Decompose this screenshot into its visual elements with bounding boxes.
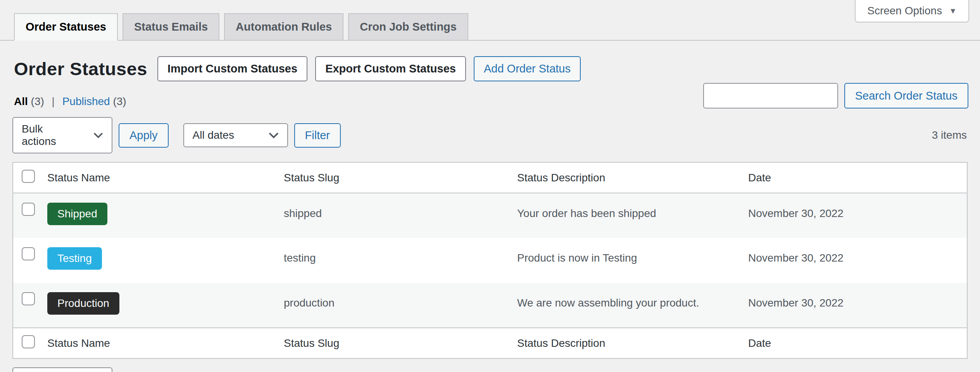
view-all-link[interactable]: All (14, 95, 28, 107)
status-slug-cell: testing (278, 238, 511, 283)
date-cell: November 30, 2022 (742, 283, 967, 328)
row-checkbox[interactable] (22, 292, 35, 305)
table-row: Shipped shipped Your order has been ship… (13, 193, 967, 238)
status-description-cell: Product is now in Testing (511, 238, 742, 283)
table-header-row: Status Name Status Slug Status Descripti… (13, 162, 967, 193)
column-header-date: Date (742, 162, 967, 193)
tab-cron-job-settings[interactable]: Cron Job Settings (348, 13, 468, 41)
status-badge[interactable]: Shipped (47, 203, 107, 225)
screen-options-label: Screen Options (867, 5, 942, 17)
column-header-status-slug: Status Slug (278, 162, 511, 193)
tab-automation-rules[interactable]: Automation Rules (224, 13, 343, 41)
status-badge[interactable]: Production (47, 292, 119, 315)
filter-button[interactable]: Filter (294, 123, 341, 148)
status-slug-cell: production (278, 283, 511, 328)
view-all-count: (3) (31, 95, 44, 107)
bulk-actions-select[interactable]: Bulk actions (12, 117, 112, 153)
date-cell: November 30, 2022 (742, 238, 967, 283)
bottom-toolbar: Bulk actions Apply 3 items (12, 367, 968, 372)
chevron-down-icon (93, 132, 103, 138)
nav-tab-bar: Order Statuses Status Emails Automation … (0, 0, 980, 41)
tab-order-statuses[interactable]: Order Statuses (14, 13, 118, 41)
row-checkbox[interactable] (22, 247, 35, 260)
title-row: Order Statuses Import Custom Statuses Ex… (12, 56, 968, 81)
items-count: 3 items (932, 129, 968, 141)
search-input[interactable] (703, 83, 838, 108)
table-footer-row: Status Name Status Slug Status Descripti… (13, 328, 967, 358)
status-slug-cell: shipped (278, 193, 511, 238)
view-separator: | (52, 95, 55, 107)
chevron-down-icon (269, 132, 279, 138)
row-checkbox[interactable] (22, 203, 35, 216)
apply-button[interactable]: Apply (119, 123, 169, 148)
status-description-cell: We are now assembling your product. (511, 283, 742, 328)
column-footer-date: Date (742, 328, 967, 358)
top-toolbar: Bulk actions Apply All dates Filter 3 it… (12, 117, 968, 153)
bulk-actions-selected-value: Bulk actions (22, 123, 78, 148)
column-header-status-description: Status Description (511, 162, 742, 193)
status-badge[interactable]: Testing (47, 247, 102, 270)
status-description-cell: Your order has been shipped (511, 193, 742, 238)
import-custom-statuses-button[interactable]: Import Custom Statuses (157, 56, 307, 81)
tab-status-emails[interactable]: Status Emails (122, 13, 219, 41)
bulk-actions-select-bottom[interactable]: Bulk actions (12, 367, 112, 372)
column-footer-status-slug: Status Slug (278, 328, 511, 358)
view-published-count: (3) (113, 95, 126, 107)
select-all-checkbox[interactable] (22, 170, 35, 183)
search-order-status-button[interactable]: Search Order Status (844, 83, 968, 108)
export-custom-statuses-button[interactable]: Export Custom Statuses (315, 56, 466, 81)
table-row: Production production We are now assembl… (13, 283, 967, 328)
date-cell: November 30, 2022 (742, 193, 967, 238)
screen-options-button[interactable]: Screen Options ▼ (855, 0, 969, 22)
dates-filter-select[interactable]: All dates (183, 123, 288, 147)
column-footer-status-description: Status Description (511, 328, 742, 358)
order-statuses-table: Status Name Status Slug Status Descripti… (12, 162, 968, 359)
page-title: Order Statuses (14, 58, 147, 79)
table-row: Testing testing Product is now in Testin… (13, 238, 967, 283)
column-footer-status-name: Status Name (41, 328, 278, 358)
search-box: Search Order Status (703, 83, 968, 108)
dates-selected-value: All dates (193, 129, 234, 141)
column-header-status-name: Status Name (41, 162, 278, 193)
chevron-down-icon: ▼ (949, 7, 957, 16)
add-order-status-button[interactable]: Add Order Status (474, 56, 581, 81)
view-published-link[interactable]: Published (62, 95, 110, 107)
select-all-checkbox[interactable] (22, 335, 35, 348)
